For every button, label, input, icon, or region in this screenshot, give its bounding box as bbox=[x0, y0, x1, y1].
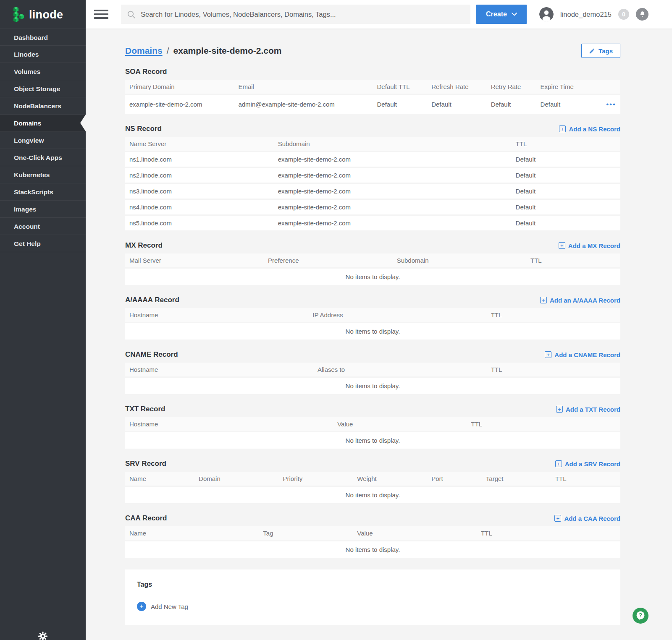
column-header-port: Port bbox=[427, 472, 482, 486]
add-a-srv-record-link[interactable]: +Add a SRV Record bbox=[555, 460, 620, 468]
empty-state-text: No items to display. bbox=[125, 486, 620, 504]
column-header-actions bbox=[596, 80, 620, 94]
empty-row: No items to display. bbox=[125, 486, 620, 504]
breadcrumb-domains-link[interactable]: Domains bbox=[125, 46, 163, 56]
soa-record-section: SOA RecordPrimary DomainEmailDefault TTL… bbox=[125, 68, 620, 114]
sidebar-item-get-help[interactable]: Get Help bbox=[0, 235, 86, 252]
column-header-default-ttl: Default TTL bbox=[373, 80, 428, 94]
table-cell: Default bbox=[536, 94, 596, 114]
column-header-mail-server: Mail Server bbox=[125, 253, 264, 268]
sidebar-item-kubernetes[interactable]: Kubernetes bbox=[0, 166, 86, 183]
add-new-tag-button[interactable]: + Add New Tag bbox=[137, 602, 188, 611]
sidebar-item-one-click-apps[interactable]: One-Click Apps bbox=[0, 149, 86, 166]
record-sections: SOA RecordPrimary DomainEmailDefault TTL… bbox=[125, 68, 620, 558]
column-header-primary-domain: Primary Domain bbox=[125, 80, 234, 94]
add-a-txt-record-link[interactable]: +Add a TXT Record bbox=[556, 406, 620, 413]
section-title: SOA Record bbox=[125, 68, 167, 76]
section-title: CNAME Record bbox=[125, 350, 178, 359]
column-header-tag: Tag bbox=[259, 526, 353, 541]
section-title: NS Record bbox=[125, 125, 162, 133]
column-header-priority: Priority bbox=[278, 472, 353, 486]
user-avatar[interactable] bbox=[539, 7, 554, 21]
create-button[interactable]: Create bbox=[476, 5, 527, 24]
app-root: linode DashboardLinodesVolumesObject Sto… bbox=[0, 0, 672, 640]
table-row: ns5.linode.comexample-site-demo-2.comDef… bbox=[125, 215, 620, 231]
sidebar-item-stackscripts[interactable]: StackScripts bbox=[0, 183, 86, 201]
section-title: MX Record bbox=[125, 241, 163, 250]
search-input[interactable] bbox=[140, 10, 465, 19]
column-header-retry-rate: Retry Rate bbox=[487, 80, 536, 94]
srv-record-section: SRV Record+Add a SRV RecordNameDomainPri… bbox=[125, 460, 620, 503]
add-a-mx-record-link[interactable]: +Add a MX Record bbox=[559, 242, 620, 249]
sidebar-item-images[interactable]: Images bbox=[0, 201, 86, 218]
menu-icon[interactable] bbox=[94, 10, 108, 19]
column-header-ttl: TTL bbox=[551, 472, 620, 486]
linode-logo[interactable]: linode bbox=[0, 0, 86, 29]
column-header-hostname: Hostname bbox=[125, 363, 313, 377]
edit-tags-button[interactable]: Tags bbox=[581, 44, 620, 58]
plus-square-icon: + bbox=[545, 351, 551, 358]
sidebar-item-object-storage[interactable]: Object Storage bbox=[0, 80, 86, 97]
search-icon bbox=[127, 10, 136, 19]
row-actions: ••• bbox=[596, 94, 620, 114]
column-header-ttl: TTL bbox=[526, 253, 620, 268]
table-cell: example-site-demo-2.com bbox=[274, 183, 512, 199]
add-an-a-aaaa-record-link[interactable]: +Add an A/AAAA Record bbox=[540, 297, 620, 304]
cname-record-section: CNAME Record+Add a CNAME RecordHostnameA… bbox=[125, 350, 620, 394]
caa-record-section: CAA Record+Add a CAA RecordNameTagValueT… bbox=[125, 514, 620, 558]
column-header-ttl: TTL bbox=[477, 526, 620, 541]
table-cell: ns5.linode.com bbox=[125, 215, 274, 231]
sidebar-item-domains[interactable]: Domains bbox=[0, 115, 86, 132]
breadcrumb: Domains / example-site-demo-2.com bbox=[125, 46, 281, 56]
column-header-value: Value bbox=[353, 526, 477, 541]
add-a-caa-record-link[interactable]: +Add a CAA Record bbox=[554, 515, 620, 522]
username[interactable]: linode_demo215 bbox=[560, 10, 612, 18]
table-cell: Default bbox=[427, 94, 486, 114]
global-search bbox=[121, 5, 470, 24]
settings-gear-icon[interactable] bbox=[0, 631, 86, 640]
empty-state-text: No items to display. bbox=[125, 432, 620, 449]
pencil-icon bbox=[589, 48, 595, 54]
empty-row: No items to display. bbox=[125, 541, 620, 558]
plus-square-icon: + bbox=[556, 406, 563, 413]
sidebar: linode DashboardLinodesVolumesObject Sto… bbox=[0, 0, 86, 640]
sidebar-item-linodes[interactable]: Linodes bbox=[0, 46, 86, 63]
table-cell: ns4.linode.com bbox=[125, 199, 274, 215]
mx-record-table: Mail ServerPreferenceSubdomainTTLNo item… bbox=[125, 253, 620, 285]
empty-row: No items to display. bbox=[125, 268, 620, 285]
srv-record-table: NameDomainPriorityWeightPortTargetTTLNo … bbox=[125, 472, 620, 503]
txt-record-section: TXT Record+Add a TXT RecordHostnameValue… bbox=[125, 405, 620, 449]
empty-row: No items to display. bbox=[125, 377, 620, 394]
notifications-bell-icon[interactable] bbox=[636, 8, 648, 21]
table-cell: example-site-demo-2.com bbox=[274, 152, 512, 167]
main-area: Create linode_demo215 0 bbox=[86, 0, 672, 640]
empty-row: No items to display. bbox=[125, 432, 620, 449]
plus-square-icon: + bbox=[559, 242, 565, 249]
txt-record-table: HostnameValueTTLNo items to display. bbox=[125, 417, 620, 449]
sidebar-item-longview[interactable]: Longview bbox=[0, 132, 86, 149]
column-header-subdomain: Subdomain bbox=[274, 137, 512, 152]
column-header-name: Name bbox=[125, 472, 194, 486]
sidebar-item-nodebalancers[interactable]: NodeBalancers bbox=[0, 97, 86, 115]
add-a-cname-record-link[interactable]: +Add a CNAME Record bbox=[545, 351, 620, 358]
column-header-ttl: TTL bbox=[487, 308, 620, 323]
table-cell: Default bbox=[512, 183, 620, 199]
notification-count-badge[interactable]: 0 bbox=[618, 9, 629, 20]
sidebar-item-account[interactable]: Account bbox=[0, 218, 86, 235]
more-actions-icon[interactable]: ••• bbox=[606, 100, 616, 108]
sidebar-item-volumes[interactable]: Volumes bbox=[0, 63, 86, 80]
column-header-ttl: TTL bbox=[487, 363, 620, 377]
plus-square-icon: + bbox=[555, 460, 562, 467]
table-cell: Default bbox=[512, 152, 620, 167]
table-cell: example-site-demo-2.com bbox=[274, 167, 512, 183]
table-cell: Default bbox=[373, 94, 428, 114]
help-button[interactable]: ? bbox=[632, 607, 649, 624]
soa-record-table: Primary DomainEmailDefault TTLRefresh Ra… bbox=[125, 80, 620, 114]
topbar: Create linode_demo215 0 bbox=[86, 0, 672, 29]
column-header-expire-time: Expire Time bbox=[536, 80, 596, 94]
table-cell: Default bbox=[512, 215, 620, 231]
section-title: TXT Record bbox=[125, 405, 165, 413]
add-a-ns-record-link[interactable]: +Add a NS Record bbox=[559, 125, 620, 133]
table-cell: ns2.linode.com bbox=[125, 167, 274, 183]
sidebar-item-dashboard[interactable]: Dashboard bbox=[0, 29, 86, 46]
